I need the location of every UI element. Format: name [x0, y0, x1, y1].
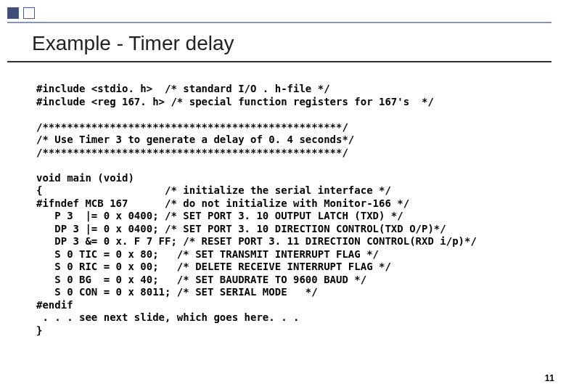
code-block: #include <stdio. h> /* standard I/O . h-… — [36, 83, 544, 337]
slide-title: Example - Timer delay — [32, 32, 234, 55]
code-line: /***************************************… — [36, 147, 348, 158]
corner-decoration — [7, 7, 35, 19]
page-number: 11 — [545, 373, 554, 383]
decor-square-filled — [7, 7, 19, 19]
code-line: . . . see next slide, which goes here. .… — [36, 311, 299, 323]
code-line: { /* initialize the serial interface */ — [36, 184, 391, 196]
code-line: S 0 TIC = 0 x 80; /* SET TRANSMIT INTERR… — [36, 248, 379, 260]
code-line: #endif — [36, 299, 73, 311]
code-line: /***************************************… — [36, 121, 348, 133]
decor-square-outline — [23, 7, 35, 19]
code-line: /* Use Timer 3 to generate a delay of 0.… — [36, 134, 354, 145]
title-underline — [7, 61, 551, 62]
code-line: DP 3 |= 0 x 0400; /* SET PORT 3. 10 DIRE… — [36, 223, 446, 234]
code-line: #include <reg 167. h> /* special functio… — [36, 96, 434, 107]
code-line: P 3 |= 0 x 0400; /* SET PORT 3. 10 OUTPU… — [36, 210, 403, 221]
code-line: S 0 BG = 0 x 40; /* SET BAUDRATE TO 9600… — [36, 274, 366, 285]
code-line: #ifndef MCB 167 /* do not initialize wit… — [36, 197, 409, 209]
code-line: S 0 CON = 0 x 8011; /* SET SERIAL MODE *… — [36, 286, 318, 298]
code-line: DP 3 &= 0 x. F 7 FF; /* RESET PORT 3. 11… — [36, 235, 477, 247]
code-line: } — [36, 324, 42, 336]
top-rules — [7, 22, 551, 23]
code-line: void main (void) — [36, 172, 134, 184]
code-line: S 0 RIC = 0 x 00; /* DELETE RECEIVE INTE… — [36, 261, 391, 272]
rule-light — [7, 22, 551, 23]
code-line: #include <stdio. h> /* standard I/O . h-… — [36, 83, 330, 94]
